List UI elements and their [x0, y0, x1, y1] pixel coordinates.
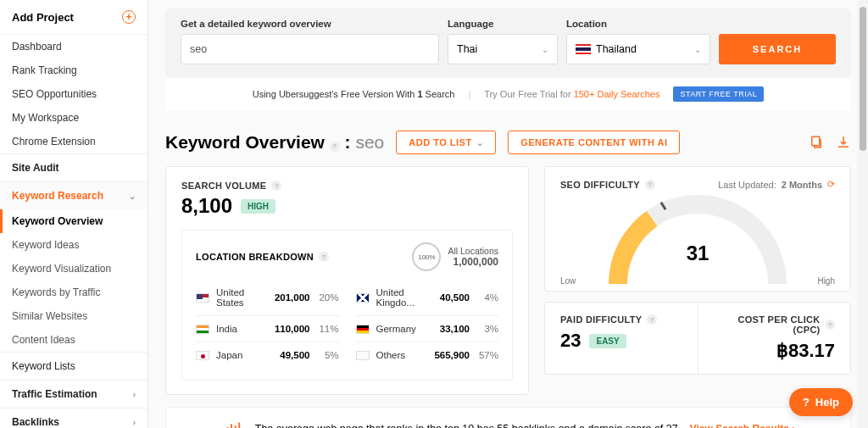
chart-icon — [221, 418, 243, 428]
chevron-down-icon: ⌄ — [476, 138, 484, 147]
location-breakdown-title: LOCATION BREAKDOWN? — [196, 252, 329, 262]
location-row: Germany33,1003% — [356, 316, 499, 342]
search-panel: Get a detailed keyword overview Language… — [165, 8, 851, 78]
add-to-list-button[interactable]: ADD TO LIST⌄ — [396, 131, 496, 154]
refresh-icon[interactable]: ⟳ — [827, 179, 835, 190]
location-row: Japan49,5005% — [196, 342, 339, 368]
chevron-down-icon: ⌄ — [694, 45, 701, 54]
seo-gauge: 31 — [609, 195, 787, 284]
search-volume-value: 8,100HIGH — [181, 194, 513, 218]
keyword-input-label: Get a detailed keyword overview — [181, 19, 439, 29]
sidebar-section-traffic-estimation[interactable]: Traffic Estimation › — [0, 380, 147, 408]
add-project-label: Add Project — [12, 11, 74, 24]
banner-text: The average web page that ranks in the t… — [255, 423, 678, 429]
add-project-row[interactable]: Add Project + — [0, 0, 147, 35]
copy-icon[interactable] — [809, 135, 824, 150]
info-icon[interactable]: ? — [826, 320, 835, 330]
flag-icon — [196, 325, 209, 334]
search-volume-card: SEARCH VOLUME? 8,100HIGH LOCATION BREAKD… — [165, 166, 529, 395]
location-row: United States201,00020% — [196, 280, 339, 316]
sidebar-sub-keyword-visualization[interactable]: Keyword Visualization — [0, 257, 147, 281]
view-search-results-link[interactable]: View Search Results › — [690, 423, 796, 429]
flag-icon — [356, 325, 370, 334]
svg-rect-0 — [812, 136, 820, 146]
main-content: Get a detailed keyword overview Language… — [148, 0, 868, 428]
sidebar-sub-keyword-ideas[interactable]: Keyword Ideas — [0, 233, 147, 257]
sidebar-item-rank-tracking[interactable]: Rank Tracking — [0, 58, 147, 82]
info-icon[interactable]: ? — [647, 314, 657, 325]
sidebar-item-keyword-lists[interactable]: Keyword Lists — [0, 352, 147, 380]
page-title: Keyword Overview ? : seo — [165, 132, 384, 153]
sidebar-sub-keyword-overview[interactable]: Keyword Overview — [0, 209, 147, 233]
location-row: Others565,90057% — [356, 342, 499, 368]
flag-icon — [356, 351, 370, 360]
sidebar-section-backlinks[interactable]: Backlinks › — [0, 408, 147, 428]
chevron-right-icon: › — [133, 418, 136, 427]
promo-bar: Using Ubersuggest's Free Version With 1 … — [165, 78, 851, 110]
location-row: United Kingdo...40,5004% — [356, 280, 499, 316]
paid-cpc-card: PAID DIFFICULTY? 23EASY COST PER CLICK (… — [544, 302, 851, 375]
help-icon: ? — [803, 396, 810, 409]
sidebar: Add Project + Dashboard Rank Tracking SE… — [0, 0, 148, 428]
scrollbar[interactable] — [858, 0, 868, 428]
sidebar-section-site-audit[interactable]: Site Audit — [0, 153, 147, 181]
flag-icon — [196, 351, 209, 360]
chevron-down-icon: ⌄ — [542, 45, 548, 54]
paid-difficulty-label: PAID DIFFICULTY? — [560, 314, 682, 325]
location-label: Location — [566, 19, 710, 29]
volume-badge: HIGH — [241, 199, 275, 214]
promo-trial-text: Try Our Free Trial for 150+ Daily Search… — [484, 89, 659, 99]
paid-badge: EASY — [589, 334, 626, 348]
paid-difficulty-value: 23EASY — [560, 330, 682, 352]
cpc-value: ฿83.17 — [714, 340, 836, 362]
sidebar-item-my-workspace[interactable]: My Workspace — [0, 106, 147, 130]
sidebar-section-keyword-research[interactable]: Keyword Research ⌄ — [0, 181, 147, 209]
flag-icon — [196, 293, 209, 303]
sidebar-item-seo-opportunities[interactable]: SEO Opportunities — [0, 82, 147, 106]
sidebar-item-chrome-extension[interactable]: Chrome Extension — [0, 130, 147, 153]
info-icon[interactable]: ? — [319, 252, 329, 262]
cpc-label: COST PER CLICK (CPC)? — [714, 314, 836, 335]
keyword-input[interactable]: seo — [181, 34, 439, 64]
download-icon[interactable] — [836, 135, 851, 150]
seo-difficulty-label: SEO DIFFICULTY? — [560, 180, 655, 190]
info-icon[interactable]: ? — [645, 180, 655, 190]
start-free-trial-button[interactable]: START FREE TRIAL — [673, 86, 764, 102]
info-icon[interactable]: ? — [330, 142, 340, 152]
backlinks-banner: The average web page that ranks in the t… — [165, 407, 851, 428]
generate-content-ai-button[interactable]: GENERATE CONTENT WITH AI — [508, 131, 680, 154]
last-updated: Last Updated: 2 Months⟳ — [718, 179, 835, 190]
promo-text: Using Ubersuggest's Free Version With 1 … — [253, 89, 455, 99]
chevron-down-icon: ⌄ — [129, 192, 136, 201]
info-icon[interactable]: ? — [271, 181, 281, 191]
sidebar-sub-content-ideas[interactable]: Content Ideas — [0, 328, 147, 352]
location-breakdown-box: LOCATION BREAKDOWN? 100% All Locations 1… — [181, 230, 513, 381]
seo-difficulty-card: SEO DIFFICULTY? Last Updated: 2 Months⟳ … — [544, 166, 851, 292]
seo-difficulty-value: 31 — [687, 242, 709, 265]
language-label: Language — [448, 19, 558, 29]
help-button[interactable]: ? Help — [789, 388, 853, 416]
sidebar-sub-similar-websites[interactable]: Similar Websites — [0, 304, 147, 328]
scroll-thumb[interactable] — [860, 7, 866, 151]
percent-circle: 100% — [412, 242, 441, 271]
chevron-right-icon: › — [133, 390, 136, 399]
sidebar-sub-keywords-by-traffic[interactable]: Keywords by Traffic — [0, 281, 147, 304]
location-row: India110,00011% — [196, 316, 339, 342]
location-select[interactable]: Thailand ⌄ — [566, 34, 710, 64]
flag-icon — [356, 293, 370, 303]
title-row: Keyword Overview ? : seo ADD TO LIST⌄ GE… — [165, 131, 851, 154]
add-icon[interactable]: + — [122, 10, 136, 24]
sidebar-item-dashboard[interactable]: Dashboard — [0, 35, 147, 58]
thailand-flag-icon — [576, 44, 591, 54]
language-select[interactable]: Thai ⌄ — [448, 34, 558, 64]
all-locations: All Locations 1,000,000 — [448, 246, 498, 268]
search-button[interactable]: SEARCH — [719, 34, 836, 64]
search-volume-label: SEARCH VOLUME? — [181, 181, 513, 191]
